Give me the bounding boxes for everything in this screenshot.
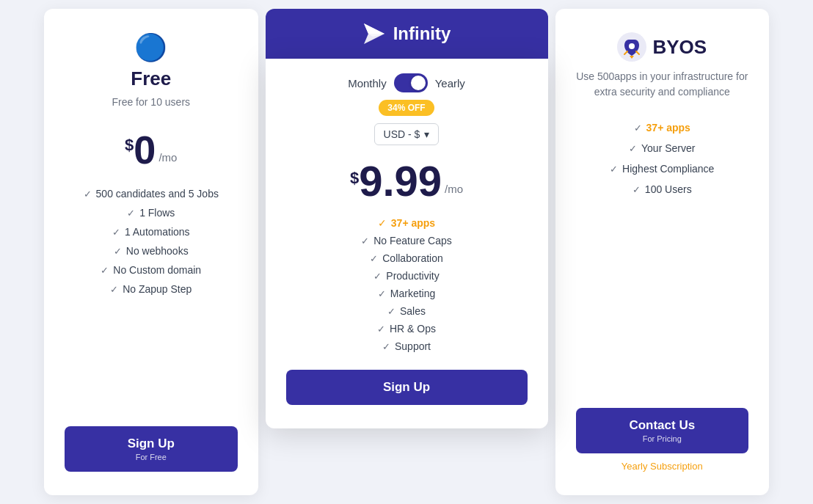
byos-plan-card: BYOS Use 500apps in your infrastructure … bbox=[555, 9, 770, 495]
byos-feature-3: ✓ Highest Compliance bbox=[576, 158, 749, 179]
inf-feature-3-label: Collaboration bbox=[382, 252, 443, 264]
byos-features-list: ✓ 37+ apps ✓ Your Server ✓ Highest Compl… bbox=[576, 117, 749, 387]
free-signup-button[interactable]: Sign Up For Free bbox=[65, 426, 238, 472]
inf-feature-8-label: Support bbox=[395, 340, 431, 352]
free-price-block: $ 0 /mo bbox=[125, 130, 177, 169]
toggle-knob bbox=[411, 76, 426, 90]
discount-badge: 34% OFF bbox=[379, 100, 434, 116]
check-icon-inf-6: ✓ bbox=[387, 306, 395, 317]
svg-point-4 bbox=[629, 43, 635, 49]
check-icon-inf-5: ✓ bbox=[378, 288, 386, 299]
billing-toggle-switch[interactable] bbox=[394, 73, 428, 92]
infinity-container: Infinity Monthly Yearly 34% OFF USD - $ … bbox=[266, 0, 548, 504]
free-price-period: /mo bbox=[158, 151, 177, 164]
inf-feature-1: ✓ 37+ apps bbox=[286, 214, 528, 232]
check-icon-1: ✓ bbox=[84, 189, 92, 200]
free-plan-subtitle: Free for 10 users bbox=[112, 96, 190, 108]
byos-feature-4: ✓ 100 Users bbox=[576, 179, 749, 200]
infinity-header-banner: Infinity bbox=[266, 9, 548, 59]
pricing-page: 🔵 Free Free for 10 users $ 0 /mo ✓500 ca… bbox=[0, 0, 813, 504]
infinity-features-list: ✓ 37+ apps ✓ No Feature Caps ✓ Collabora… bbox=[286, 214, 528, 355]
free-feature-4: ✓No webhooks bbox=[65, 241, 238, 260]
inf-feature-2: ✓ No Feature Caps bbox=[286, 232, 528, 249]
check-icon-4: ✓ bbox=[114, 246, 122, 257]
free-signup-sublabel: For Free bbox=[136, 453, 167, 461]
check-icon-inf-2: ✓ bbox=[361, 235, 369, 246]
check-icon-inf-4: ✓ bbox=[373, 271, 382, 282]
free-plan-icon: 🔵 bbox=[134, 32, 167, 63]
free-feature-1: ✓500 candidates and 5 Jobs bbox=[65, 184, 238, 203]
currency-value: USD - $ bbox=[384, 128, 420, 140]
byos-yearly-link[interactable]: Yearly Subscription bbox=[621, 461, 703, 472]
svg-marker-1 bbox=[364, 23, 384, 34]
inf-feature-3: ✓ Collaboration bbox=[286, 249, 528, 267]
byos-contact-button[interactable]: Contact Us For Pricing bbox=[576, 408, 749, 453]
byos-check-icon-1: ✓ bbox=[634, 123, 642, 134]
billing-toggle-row: Monthly Yearly bbox=[348, 73, 465, 92]
infinity-plan-card: Monthly Yearly 34% OFF USD - $ ▾ $ 9.99 … bbox=[266, 59, 548, 428]
inf-feature-5: ✓ Marketing bbox=[286, 285, 528, 302]
check-icon-2: ✓ bbox=[127, 208, 135, 219]
check-icon-6: ✓ bbox=[110, 284, 118, 295]
free-signup-label: Sign Up bbox=[128, 437, 175, 451]
inf-feature-4-label: Productivity bbox=[386, 270, 439, 282]
free-price-amount: 0 bbox=[134, 130, 156, 169]
inf-feature-2-label: No Feature Caps bbox=[373, 235, 452, 246]
free-plan-name: Free bbox=[131, 67, 171, 90]
yearly-label: Yearly bbox=[435, 77, 465, 90]
byos-plan-name: BYOS bbox=[652, 36, 707, 59]
byos-description: Use 500apps in your infrastructure for e… bbox=[576, 69, 749, 100]
byos-cta-sub: For Pricing bbox=[643, 434, 682, 443]
free-plan-card: 🔵 Free Free for 10 users $ 0 /mo ✓500 ca… bbox=[44, 9, 258, 495]
inf-feature-6: ✓ Sales bbox=[286, 302, 528, 320]
inf-feature-5-label: Marketing bbox=[390, 288, 435, 299]
currency-selector[interactable]: USD - $ ▾ bbox=[374, 123, 440, 145]
byos-cta-label: Contact Us bbox=[629, 418, 695, 433]
inf-feature-8: ✓ Support bbox=[286, 337, 528, 355]
infinity-price-symbol: $ bbox=[350, 169, 359, 188]
check-icon-inf-7: ✓ bbox=[377, 324, 385, 335]
free-feature-2: ✓1 Flows bbox=[65, 203, 238, 222]
inf-feature-6-label: Sales bbox=[400, 305, 426, 317]
inf-feature-7: ✓ HR & Ops bbox=[286, 320, 528, 337]
check-icon-inf-3: ✓ bbox=[370, 253, 378, 264]
inf-feature-7-label: HR & Ops bbox=[390, 323, 436, 335]
byos-feature-2-label: Your Server bbox=[641, 142, 695, 154]
infinity-price-amount: 9.99 bbox=[359, 160, 442, 202]
byos-feature-1: ✓ 37+ apps bbox=[576, 117, 749, 138]
currency-chevron-icon: ▾ bbox=[424, 128, 429, 140]
infinity-price-period: /mo bbox=[445, 183, 463, 195]
free-price-symbol: $ bbox=[125, 136, 134, 155]
free-feature-3: ✓1 Automations bbox=[65, 222, 238, 241]
free-feature-6: ✓No Zapup Step bbox=[65, 280, 238, 299]
byos-check-icon-2: ✓ bbox=[629, 143, 637, 154]
byos-check-icon-3: ✓ bbox=[610, 164, 618, 175]
inf-feature-4: ✓ Productivity bbox=[286, 267, 528, 285]
byos-check-icon-4: ✓ bbox=[632, 184, 641, 195]
byos-feature-4-label: 100 Users bbox=[645, 183, 692, 195]
infinity-price-block: $ 9.99 /mo bbox=[350, 160, 463, 202]
byos-feature-3-label: Highest Compliance bbox=[622, 163, 714, 175]
infinity-signup-label: Sign Up bbox=[383, 380, 430, 395]
free-feature-5: ✓No Custom domain bbox=[65, 260, 238, 280]
check-icon-inf-8: ✓ bbox=[382, 341, 390, 352]
check-icon-5: ✓ bbox=[101, 265, 109, 276]
byos-header: BYOS bbox=[617, 32, 707, 62]
check-orange-icon-1: ✓ bbox=[378, 217, 387, 229]
infinity-header-title: Infinity bbox=[393, 23, 451, 44]
inf-feature-1-label: 37+ apps bbox=[391, 217, 435, 229]
free-features-list: ✓500 candidates and 5 Jobs ✓1 Flows ✓1 A… bbox=[65, 184, 238, 409]
paper-plane-icon bbox=[362, 22, 386, 45]
infinity-signup-button[interactable]: Sign Up bbox=[286, 370, 528, 405]
byos-feature-2: ✓ Your Server bbox=[576, 138, 749, 158]
monthly-label: Monthly bbox=[348, 77, 387, 90]
rocket-icon bbox=[617, 32, 646, 62]
byos-feature-1-label: 37+ apps bbox=[646, 122, 690, 134]
check-icon-3: ✓ bbox=[112, 227, 120, 238]
